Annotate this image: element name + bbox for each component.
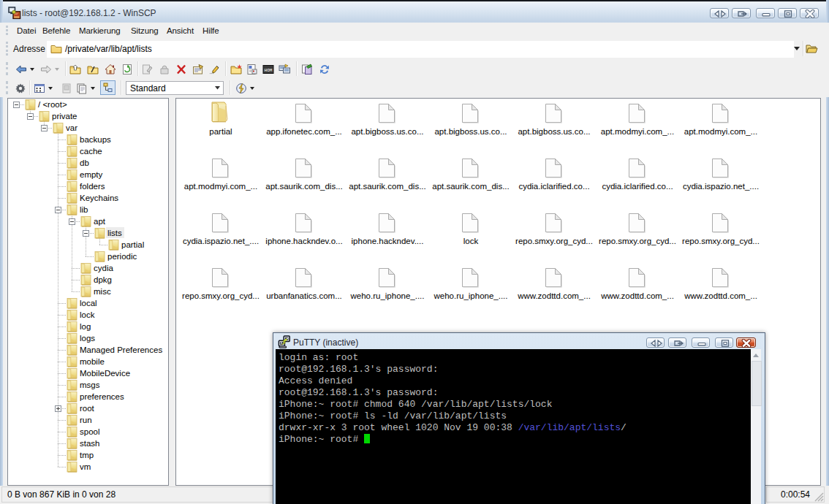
svg-text:HOM: HOM — [265, 68, 273, 73]
